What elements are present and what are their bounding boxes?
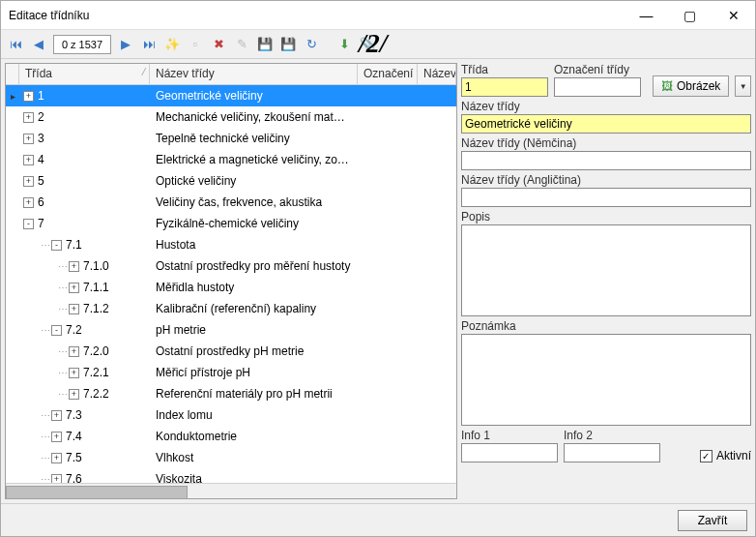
table-row[interactable]: ⋯+7.1.2Kalibrační (referenční) kapaliny — [6, 298, 456, 319]
zavrit-button[interactable]: Zavřít — [678, 510, 747, 531]
tree-cell: +4 — [19, 153, 150, 166]
oznaceni-input[interactable] — [554, 77, 641, 97]
expand-icon[interactable]: + — [69, 368, 79, 378]
obrazek-dropdown[interactable]: ▼ — [735, 75, 751, 97]
nav-first-icon[interactable]: ⏮ — [5, 34, 26, 55]
tree-code: 2 — [38, 110, 44, 124]
content-area: Třída Název třídy Označení tř… Název tř … — [1, 59, 755, 503]
export-icon[interactable]: ⬇ — [334, 34, 355, 55]
nazev-de-label: Název třídy (Němčina) — [461, 136, 751, 150]
tree-name: Hustota — [150, 238, 358, 252]
table-row[interactable]: ⋯+7.2.2Referenční materiály pro pH metri… — [6, 383, 456, 404]
table-row[interactable]: ⋯+7.4Konduktometrie — [6, 426, 456, 447]
nav-next-icon[interactable]: ▶ — [115, 34, 136, 55]
table-row[interactable]: +4Elektrické a magnetické veličiny, zobr… — [6, 149, 456, 170]
tree-line-icon: ⋯ — [41, 240, 49, 251]
table-row[interactable]: ⋯-7.2pH metrie — [6, 319, 456, 341]
close-button[interactable]: ✕ — [712, 1, 755, 29]
tree-name: Elektrické a magnetické veličiny, zobr… — [150, 153, 358, 166]
tree-code: 6 — [38, 195, 44, 209]
tree-code: 7.1.1 — [83, 281, 109, 294]
table-row[interactable]: ⋯+7.2.1Měřicí přístroje pH — [6, 362, 456, 383]
trida-input[interactable] — [461, 77, 548, 97]
popis-input[interactable] — [461, 224, 751, 316]
tree-cell: +6 — [19, 195, 150, 209]
table-row[interactable]: -7Fyzikálně-chemické veličiny — [6, 213, 456, 234]
table-row[interactable]: ⋯+7.2.0Ostatní prostředky pH metrie — [6, 341, 456, 362]
expand-icon[interactable]: + — [23, 155, 34, 165]
grid-body[interactable]: ▸+1Geometrické veličiny+2Mechanické veli… — [6, 85, 456, 483]
expand-icon[interactable]: + — [23, 176, 34, 187]
table-row[interactable]: +3Tepelně technické veličiny — [6, 128, 456, 149]
table-row[interactable]: ⋯+7.3Index lomu — [6, 404, 456, 426]
grid-header-nazev2[interactable]: Název tř — [418, 64, 456, 84]
tree-cell: +5 — [19, 174, 150, 188]
tree-name: Mechanické veličiny, zkoušení materiálu — [150, 110, 358, 124]
poznamka-input[interactable] — [461, 334, 751, 426]
grid-header-nazev[interactable]: Název třídy — [150, 64, 358, 84]
tree-line-icon: ⋯ — [41, 325, 49, 336]
expand-icon[interactable]: + — [69, 261, 79, 272]
collapse-icon[interactable]: - — [51, 240, 62, 251]
collapse-icon[interactable]: - — [23, 219, 34, 229]
tree-cell: -7 — [19, 217, 150, 230]
table-row[interactable]: ⋯+7.1.0Ostatní prostředky pro měření hus… — [6, 255, 456, 277]
table-row[interactable]: ▸+1Geometrické veličiny — [6, 85, 456, 106]
horizontal-scrollbar[interactable] — [6, 483, 456, 498]
tree-code: 7.2.0 — [83, 344, 109, 358]
expand-icon[interactable]: + — [23, 112, 34, 123]
collapse-icon[interactable]: - — [51, 325, 62, 336]
expand-icon[interactable]: + — [51, 474, 62, 484]
new-icon[interactable]: ✨ — [161, 34, 183, 55]
tree-code: 7.1.0 — [83, 259, 109, 273]
nav-prev-icon[interactable]: ◀ — [28, 34, 49, 55]
minimize-button[interactable]: — — [625, 1, 668, 29]
expand-icon[interactable]: + — [23, 134, 34, 144]
info1-input[interactable] — [461, 443, 558, 462]
expand-icon[interactable]: + — [69, 389, 79, 400]
grid-header-oznaceni[interactable]: Označení tř… — [358, 64, 418, 84]
check-icon: ✓ — [700, 450, 712, 462]
table-row[interactable]: ⋯+7.5Vlhkost — [6, 447, 456, 468]
tree-code: 7.2.2 — [83, 387, 109, 401]
tree-code: 7.4 — [66, 430, 82, 443]
nazev-input[interactable] — [461, 114, 751, 134]
expand-icon[interactable]: + — [69, 346, 79, 357]
image-icon: 🖼 — [661, 79, 673, 93]
table-row[interactable]: ⋯+7.6Viskozita — [6, 468, 456, 483]
toolbar: ⏮ ◀ 0 z 1537 ▶ ⏭ ✨ ▫ ✖ ✎ 💾 💾 ↻ ⬇ 📎 /2/ — [1, 30, 755, 59]
maximize-button[interactable]: ▢ — [668, 1, 712, 29]
tree-code: 1 — [38, 89, 44, 103]
table-row[interactable]: ⋯+7.1.1Měřidla hustoty — [6, 277, 456, 298]
table-row[interactable]: +5Optické veličiny — [6, 170, 456, 192]
tree-name: Ostatní prostředky pH metrie — [150, 344, 358, 358]
expand-icon[interactable]: + — [51, 410, 62, 421]
nazev-de-input[interactable] — [461, 151, 751, 170]
tree-line-icon: ⋯ — [58, 261, 67, 272]
expand-icon[interactable]: + — [23, 91, 34, 102]
aktivni-checkbox[interactable]: ✓ Aktivní — [700, 449, 751, 462]
obrazek-button[interactable]: 🖼 Obrázek — [653, 75, 729, 97]
table-row[interactable]: +6Veličiny čas, frekvence, akustika — [6, 192, 456, 213]
expand-icon[interactable]: + — [69, 283, 79, 293]
table-row[interactable]: +2Mechanické veličiny, zkoušení materiál… — [6, 106, 456, 128]
expand-icon[interactable]: + — [23, 197, 34, 208]
tree-line-icon: ⋯ — [41, 453, 49, 463]
nav-last-icon[interactable]: ⏭ — [138, 34, 160, 55]
table-row[interactable]: ⋯-7.1Hustota — [6, 234, 456, 255]
tree-cell: ⋯+7.3 — [19, 408, 150, 422]
tree-name: pH metrie — [150, 323, 358, 337]
expand-icon[interactable]: + — [51, 432, 62, 442]
obrazek-label: Obrázek — [677, 79, 720, 93]
expand-icon[interactable]: + — [51, 453, 62, 463]
tree-line-icon: ⋯ — [58, 389, 67, 400]
info2-input[interactable] — [564, 443, 660, 462]
tree-cell: ⋯+7.1.1 — [19, 281, 150, 294]
refresh-icon[interactable]: ↻ — [301, 34, 322, 55]
expand-icon[interactable]: + — [69, 304, 79, 314]
grid-header-trida[interactable]: Třída — [19, 64, 150, 84]
oznaceni-label: Označení třídy — [554, 63, 641, 76]
nav-counter[interactable]: 0 z 1537 — [53, 35, 111, 54]
nazev-en-input[interactable] — [461, 188, 751, 207]
delete-icon[interactable]: ✖ — [208, 34, 229, 55]
